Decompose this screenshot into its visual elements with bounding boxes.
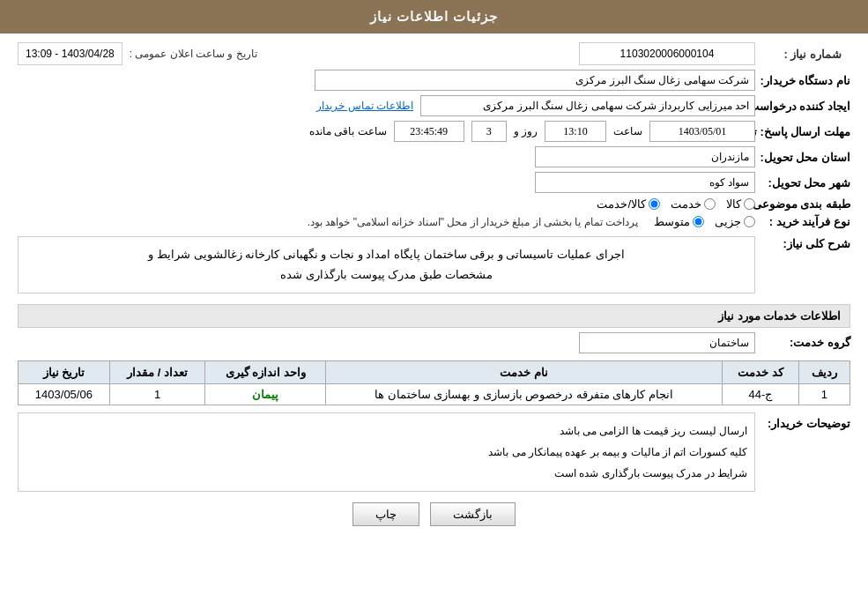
cell-tarikh: 1403/05/06 xyxy=(19,383,110,405)
label-noe-farayand: نوع فرآیند خرید : xyxy=(762,215,850,228)
radio-kala-input[interactable] xyxy=(744,198,755,210)
input-ostan[interactable] xyxy=(535,146,755,167)
label-ostan: استان محل تحویل: xyxy=(762,151,850,164)
label-shahr: شهر محل تحویل: xyxy=(762,176,850,189)
label-tabaqe: طبقه بندی موضوعی: xyxy=(762,197,850,211)
label-baqi: ساعت باقی مانده xyxy=(309,125,387,137)
input-saat-baqi[interactable] xyxy=(394,121,464,142)
input-nam-dastgah[interactable] xyxy=(315,70,755,91)
radio-jozi-label: جزیی xyxy=(715,215,741,228)
print-button[interactable]: چاپ xyxy=(352,502,419,526)
radio-kala[interactable]: کالا xyxy=(726,197,755,211)
cell-tedad: 1 xyxy=(109,383,205,405)
col-tarikh: تاریخ نیاز xyxy=(19,360,110,383)
table-row: 1ج-44انجام کارهای متفرقه درخصوص بازسازی … xyxy=(19,383,850,405)
radio-khadamat[interactable]: خدمت xyxy=(671,197,716,211)
input-groh-khadamat[interactable] xyxy=(579,332,755,353)
radio-motevasset-input[interactable] xyxy=(693,216,704,227)
radio-motevasset-label: متوسط xyxy=(654,215,690,228)
label-tosih: توضیحات خریدار: xyxy=(762,412,850,430)
col-vahed: واحد اندازه گیری xyxy=(205,360,326,383)
label-saat: ساعت xyxy=(613,125,642,137)
input-tarikh-mohlat[interactable] xyxy=(649,121,755,142)
label-tarikh-elan: تاریخ و ساعت اعلان عمومی : xyxy=(130,48,257,60)
radio-khadamat-label: خدمت xyxy=(671,197,701,211)
label-groh-khadamat: گروه خدمت: xyxy=(762,336,850,349)
label-ijad-konande: ایجاد کننده درخواست: xyxy=(762,100,850,113)
col-radif: ردیف xyxy=(798,360,849,383)
sharh-koli-box: اجرای عملیات تاسیساتی و برقی ساختمان پای… xyxy=(18,236,755,293)
radio-kala-khadamat-label: کالا/خدمت xyxy=(597,197,646,211)
col-nam: نام خدمت xyxy=(326,360,723,383)
back-button[interactable]: بازگشت xyxy=(430,502,516,526)
radio-khadamat-input[interactable] xyxy=(704,198,716,210)
cell-vahed: پیمان xyxy=(205,383,326,405)
radio-jozi[interactable]: جزیی xyxy=(715,215,755,228)
col-tedad: تعداد / مقدار xyxy=(109,360,205,383)
page-wrapper: جزئیات اطلاعات نیاز شماره نیاز : 1103020… xyxy=(0,0,868,609)
tosih-line3: شرایط در مدرک پیوست بارگذاری شده است xyxy=(26,463,747,484)
value-shomare-niaz: 1103020006000104 xyxy=(579,42,755,65)
sharh-koli-line2: مشخصات طبق مدرک پیوست بارگذاری شده xyxy=(26,264,747,285)
tosih-line2: کلیه کسورات اتم از مالیات و بیمه بر عهده… xyxy=(26,442,747,463)
buttons-row: بازگشت چاپ xyxy=(18,502,850,526)
radio-kala-label: کالا xyxy=(726,197,741,211)
farayand-radio-group: جزیی متوسط xyxy=(654,215,755,228)
input-rooz[interactable] xyxy=(471,121,507,142)
label-sharh-koli: شرح کلی نیاز: xyxy=(762,233,850,250)
page-title: جزئیات اطلاعات نیاز xyxy=(370,9,498,24)
input-saat-mohlat[interactable] xyxy=(545,121,606,142)
page-header: جزئیات اطلاعات نیاز xyxy=(0,0,868,33)
tabaqe-radio-group: کالا خدمت کالا/خدمت xyxy=(597,197,755,211)
sharh-koli-line1: اجرای عملیات تاسیساتی و برقی ساختمان پای… xyxy=(26,244,747,264)
value-tarikh-elan: 1403/04/28 - 13:09 xyxy=(18,42,122,65)
services-table: ردیف کد خدمت نام خدمت واحد اندازه گیری ت… xyxy=(18,360,850,405)
tosih-kharidar-box: ارسال لیست ریز قیمت ها الزامی می باشد کل… xyxy=(18,412,755,492)
radio-motevasset[interactable]: متوسط xyxy=(654,215,704,228)
content-area: شماره نیاز : 1103020006000104 تاریخ و سا… xyxy=(0,33,868,542)
link-ettelaat-tamas[interactable]: اطلاعات تماس خریدار xyxy=(316,100,413,112)
input-shahr[interactable] xyxy=(535,172,755,193)
input-ijad-konande[interactable] xyxy=(420,95,755,116)
cell-nam: انجام کارهای متفرقه درخصوص بازسازی و بهس… xyxy=(326,383,723,405)
radio-kala-khadamat[interactable]: کالا/خدمت xyxy=(597,197,660,211)
label-rooz: روز و xyxy=(514,125,538,137)
radio-kala-khadamat-input[interactable] xyxy=(649,198,660,210)
radio-jozi-input[interactable] xyxy=(744,216,755,227)
services-section-header: اطلاعات خدمات مورد نیاز xyxy=(18,304,850,328)
label-mohlat: مهلت ارسال پاسخ: تا تاریخ: xyxy=(762,125,850,138)
tosih-line1: ارسال لیست ریز قیمت ها الزامی می باشد xyxy=(26,420,747,442)
cell-kod: ج-44 xyxy=(723,383,799,405)
noe-farayand-note: پرداخت تمام یا بخشی از مبلغ خریدار از مح… xyxy=(308,216,638,228)
col-kod: کد خدمت xyxy=(723,360,799,383)
label-nam-dastgah: نام دستگاه خریدار: xyxy=(762,74,850,87)
label-shomare-niaz: شماره نیاز : xyxy=(762,48,850,61)
cell-radif: 1 xyxy=(798,383,849,405)
